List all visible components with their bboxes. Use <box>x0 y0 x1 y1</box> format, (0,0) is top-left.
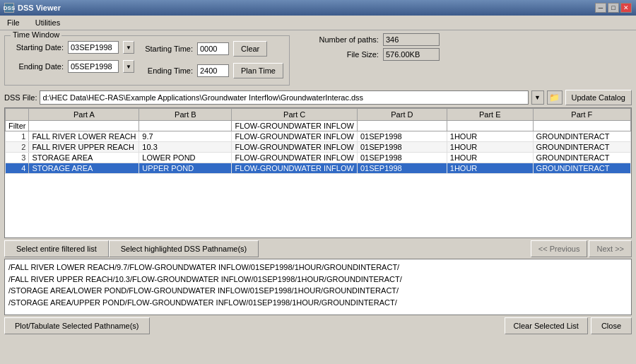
starting-time-label: Starting Time: <box>140 45 193 53</box>
top-section: Time Window Starting Date: ▼ Ending Date… <box>4 33 632 88</box>
plan-time-button[interactable]: Plan Time <box>233 63 283 78</box>
row-partf: GROUNDINTERACT <box>533 142 630 153</box>
row-partb: LOWER POND <box>139 153 232 163</box>
table-row[interactable]: 3 STORAGE AREA LOWER POND FLOW-GROUNDWAT… <box>6 153 631 163</box>
main-content: Time Window Starting Date: ▼ Ending Date… <box>0 30 636 337</box>
row-parte: 1HOUR <box>447 142 533 153</box>
ending-date-row: Ending Date: ▼ <box>11 60 134 73</box>
filter-partb-input[interactable] <box>142 122 228 130</box>
row-partc: FLOW-GROUNDWATER INFLOW <box>232 142 357 153</box>
bottom-bar: Plot/Tabulate Selected Pathname(s) Clear… <box>4 317 632 334</box>
filter-partb[interactable] <box>139 121 232 131</box>
dss-file-row: DSS File: ▼ 📁 Update Catalog <box>4 90 632 105</box>
row-parte: 1HOUR <box>447 131 533 142</box>
row-partd: 01SEP1998 <box>357 131 447 142</box>
row-partd: 01SEP1998 <box>357 153 447 163</box>
time-window-group: Time Window Starting Date: ▼ Ending Date… <box>4 35 290 86</box>
menu-bar: File Utilities <box>0 16 636 30</box>
title-bar: DSS DSS Viewer ─ □ ✕ <box>0 0 636 16</box>
starting-date-row: Starting Date: ▼ <box>11 41 134 54</box>
starting-date-label: Starting Date: <box>11 43 64 52</box>
row-partf: GROUNDINTERACT <box>533 163 630 174</box>
file-size-row: File Size: 576.00KB <box>308 48 440 61</box>
filter-partd-input[interactable] <box>360 122 444 130</box>
row-num: 4 <box>6 163 29 174</box>
select-buttons-row: Select entire filtered list Select highl… <box>4 240 632 257</box>
filter-partc-input[interactable] <box>235 122 353 130</box>
col-header-partd: Part D <box>357 109 447 121</box>
filter-partd[interactable] <box>357 121 447 131</box>
starting-date-picker[interactable]: ▼ <box>123 41 134 54</box>
row-partc: FLOW-GROUNDWATER INFLOW <box>232 153 357 163</box>
selected-path-item: /STORAGE AREA/UPPER POND/FLOW-GROUNDWATE… <box>8 297 628 309</box>
row-partd: 01SEP1998 <box>357 163 447 174</box>
col-header-parta: Part A <box>29 109 139 121</box>
selected-path-item: /STORAGE AREA/LOWER POND/FLOW-GROUNDWATE… <box>8 285 628 297</box>
filter-parta[interactable] <box>29 121 139 131</box>
starting-date-input[interactable] <box>68 41 119 54</box>
filter-partc[interactable] <box>232 121 357 131</box>
dss-dropdown-button[interactable]: ▼ <box>531 90 544 105</box>
window-close-button[interactable]: ✕ <box>620 3 632 13</box>
ending-time-input[interactable] <box>197 64 229 77</box>
filter-partf[interactable] <box>533 121 630 131</box>
app-icon: DSS <box>4 3 14 13</box>
row-num: 2 <box>6 142 29 153</box>
table-header-row: Part A Part B Part C Part D Part E Part … <box>6 109 631 121</box>
filter-label: Filter <box>6 121 29 131</box>
paths-row: Number of paths: 346 <box>308 33 440 46</box>
filter-row: Filter <box>6 121 631 131</box>
title-bar-left: DSS DSS Viewer <box>4 3 61 13</box>
bottom-right-buttons: Clear Selected List Close <box>505 317 632 334</box>
selected-path-item: /FALL RIVER UPPER REACH/10.3/FLOW-GROUND… <box>8 274 628 286</box>
select-highlighted-button[interactable]: Select highlighted DSS Pathname(s) <box>109 240 259 257</box>
close-button[interactable]: Close <box>591 317 632 334</box>
dss-folder-button[interactable]: 📁 <box>547 90 563 105</box>
title-text: DSS Viewer <box>18 4 61 12</box>
dss-file-input[interactable] <box>40 90 528 105</box>
title-controls: ─ □ ✕ <box>595 3 632 13</box>
filter-parte[interactable] <box>447 121 533 131</box>
plot-tabulate-button[interactable]: Plot/Tabulate Selected Pathname(s) <box>4 317 150 334</box>
row-parte: 1HOUR <box>447 153 533 163</box>
ending-date-label: Ending Date: <box>11 62 64 71</box>
row-partd: 01SEP1998 <box>357 142 447 153</box>
next-button[interactable]: Next >> <box>589 240 632 257</box>
row-partc: FLOW-GROUNDWATER INFLOW <box>232 163 357 174</box>
table-row[interactable]: 2 FALL RIVER UPPER REACH 10.3 FLOW-GROUN… <box>6 142 631 153</box>
row-partf: GROUNDINTERACT <box>533 153 630 163</box>
row-partb: UPPER POND <box>139 163 232 174</box>
row-parta: STORAGE AREA <box>29 163 139 174</box>
filter-parte-input[interactable] <box>450 122 530 130</box>
table-row[interactable]: 4 STORAGE AREA UPPER POND FLOW-GROUNDWAT… <box>6 163 631 174</box>
filter-partf-input[interactable] <box>536 122 628 130</box>
menu-file[interactable]: File <box>3 17 24 28</box>
col-header-partc: Part C <box>232 109 357 121</box>
clear-button[interactable]: Clear <box>233 41 267 57</box>
table-row[interactable]: 1 FALL RIVER LOWER REACH 9.7 FLOW-GROUND… <box>6 131 631 142</box>
previous-button[interactable]: << Previous <box>531 240 588 257</box>
data-table: Part A Part B Part C Part D Part E Part … <box>5 108 631 174</box>
paths-label: Number of paths: <box>308 35 379 44</box>
starting-time-input[interactable] <box>197 42 229 55</box>
starting-time-row: Starting Time: Clear <box>140 41 283 57</box>
minimize-button[interactable]: ─ <box>595 3 606 13</box>
row-parta: FALL RIVER LOWER REACH <box>29 131 139 142</box>
col-header-num <box>6 109 29 121</box>
clear-selected-button[interactable]: Clear Selected List <box>505 317 588 334</box>
ending-time-row: Ending Time: Plan Time <box>140 63 283 78</box>
select-buttons-left: Select entire filtered list Select highl… <box>4 240 259 257</box>
ending-date-picker[interactable]: ▼ <box>123 60 134 73</box>
filter-parta-input[interactable] <box>32 122 136 130</box>
update-catalog-button[interactable]: Update Catalog <box>565 90 632 105</box>
ending-date-input[interactable] <box>68 60 119 73</box>
times-col: Starting Time: Clear Ending Time: Plan T… <box>140 39 283 81</box>
menu-utilities[interactable]: Utilities <box>31 17 64 28</box>
maximize-button[interactable]: □ <box>608 3 619 13</box>
row-num: 1 <box>6 131 29 142</box>
dss-file-label: DSS File: <box>4 93 37 102</box>
selected-paths-area: /FALL RIVER LOWER REACH/9.7/FLOW-GROUNDW… <box>4 259 632 315</box>
file-size-value: 576.00KB <box>383 48 440 61</box>
select-entire-list-button[interactable]: Select entire filtered list <box>4 240 109 257</box>
time-window-legend: Time Window <box>11 30 61 39</box>
